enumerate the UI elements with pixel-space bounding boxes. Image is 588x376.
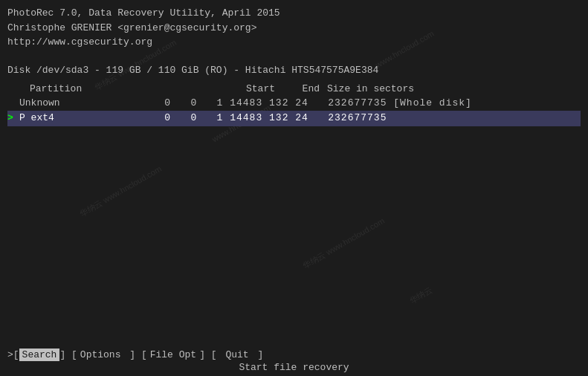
app-header: PhotoRec 7.0, Data Recovery Utility, Apr… bbox=[7, 6, 581, 50]
col-header-partition: Partition bbox=[30, 83, 149, 94]
menu-quit-label[interactable]: Quit bbox=[217, 349, 258, 361]
menu-row: >[Search] [Options ] [File Opt] [ Quit ] bbox=[7, 349, 581, 360]
menu-options-label[interactable]: Options bbox=[77, 349, 129, 361]
menu-fileopt-spacer bbox=[135, 349, 141, 360]
partition-name-ext4: P ext4 bbox=[19, 111, 138, 126]
menu-options-close-bracket: ] bbox=[129, 349, 135, 360]
col-header-size: Size in sectors bbox=[327, 83, 414, 94]
row-indicator-ext4: > bbox=[7, 111, 19, 126]
status-text: Start file recovery bbox=[7, 362, 581, 373]
menu-fileopt-close-bracket: ] bbox=[199, 349, 205, 360]
header-line-2: Christophe GRENIER <grenier@cgsecurity.o… bbox=[7, 21, 581, 36]
disk-info: Disk /dev/sda3 - 119 GB / 110 GiB (RO) -… bbox=[7, 65, 581, 76]
header-line-1: PhotoRec 7.0, Data Recovery Utility, Apr… bbox=[7, 6, 581, 21]
menu-search-label[interactable]: Search bbox=[19, 349, 60, 361]
partition-row-ext4[interactable]: > P ext4 0 0 1 14483 132 24 232677735 bbox=[7, 111, 581, 126]
menu-quit-open-bracket: [ bbox=[211, 349, 217, 360]
whole-disk-tag: [Whole disk] bbox=[393, 97, 472, 108]
menu-quit[interactable]: [ Quit ] bbox=[211, 349, 263, 360]
menu-fileopt[interactable]: [File Opt] bbox=[141, 349, 205, 360]
menu-search-close-bracket: ] bbox=[59, 349, 65, 360]
partition-numbers-unknown: 0 0 1 14483 132 24 232677735 [Whole disk… bbox=[138, 96, 581, 111]
menu-search[interactable]: >[Search] bbox=[7, 349, 65, 360]
partition-table-header: Partition Start End Size in sectors bbox=[7, 83, 581, 94]
col-header-end: End bbox=[282, 83, 327, 94]
partition-name-unknown: Unknown bbox=[19, 96, 138, 111]
partition-table: Partition Start End Size in sectors Unkn… bbox=[7, 83, 581, 127]
menu-options-spacer bbox=[65, 349, 71, 360]
menu-fileopt-open-bracket: [ bbox=[141, 349, 147, 360]
terminal-window: 华纳云 www.hncloud.com www.hncloud.com 华纳云 … bbox=[0, 0, 588, 376]
menu-options[interactable]: [Options ] bbox=[71, 349, 135, 360]
menu-quit-spacer bbox=[205, 349, 211, 360]
menu-options-open-bracket: [ bbox=[71, 349, 77, 360]
menu-fileopt-label[interactable]: File Opt bbox=[147, 349, 199, 361]
header-line-3: http://www.cgsecurity.org bbox=[7, 35, 581, 50]
bottom-bar: >[Search] [Options ] [File Opt] [ Quit ]… bbox=[0, 345, 588, 376]
partition-row-unknown[interactable]: Unknown 0 0 1 14483 132 24 232677735 [Wh… bbox=[7, 96, 581, 111]
col-header-start: Start bbox=[149, 83, 282, 94]
row-indicator-unknown bbox=[7, 96, 19, 111]
menu-search-open-bracket: >[ bbox=[7, 349, 19, 360]
partition-numbers-ext4: 0 0 1 14483 132 24 232677735 bbox=[138, 111, 581, 126]
menu-quit-close-bracket: ] bbox=[257, 349, 263, 360]
